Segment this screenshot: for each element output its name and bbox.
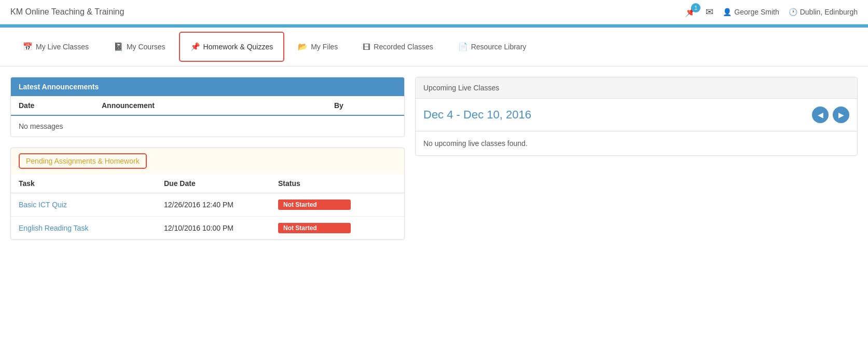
left-panel: Latest Announcements Date Announcement B… xyxy=(10,77,405,240)
tab-recorded-classes-label: Recorded Classes xyxy=(374,43,433,51)
announcements-title: Latest Announcements xyxy=(19,83,99,91)
nav-tabs: 📅 My Live Classes 📓 My Courses 📌 Homewor… xyxy=(0,28,868,66)
app-title: KM Online Teaching & Training xyxy=(10,7,124,17)
tab-my-files[interactable]: 📂 My Files xyxy=(286,32,349,62)
table-row: English Reading Task 12/10/2016 10:00 PM… xyxy=(11,217,404,239)
document-icon: 📄 xyxy=(458,42,468,51)
col-announcement: Announcement xyxy=(102,101,334,110)
top-bar: KM Online Teaching & Training 📌 1 ✉ 👤 Ge… xyxy=(0,0,868,24)
user-icon: 👤 xyxy=(723,8,732,16)
col-by: By xyxy=(334,101,396,110)
nav-arrows: ◀ ▶ xyxy=(812,107,849,123)
tab-resource-library[interactable]: 📄 Resource Library xyxy=(447,32,538,62)
tab-my-courses-label: My Courses xyxy=(127,43,166,51)
tab-homework-quizzes-label: Homework & Quizzes xyxy=(203,43,273,51)
tab-live-classes[interactable]: 📅 My Live Classes xyxy=(11,32,100,62)
col-task: Task xyxy=(19,179,164,188)
task-link-ict[interactable]: Basic ICT Quiz xyxy=(19,201,164,209)
pending-header: Pending Assignments & Homework xyxy=(11,148,404,174)
pending-section: Pending Assignments & Homework Task Due … xyxy=(10,148,405,240)
tab-recorded-classes[interactable]: 🎞 Recorded Classes xyxy=(351,32,444,62)
status-badge-ict: Not Started xyxy=(278,199,351,210)
film-icon: 🎞 xyxy=(363,43,370,51)
col-date: Date xyxy=(19,101,102,110)
notification-badge: 1 xyxy=(691,3,700,12)
user-name: George Smith xyxy=(734,8,779,16)
location-info: 🕐 Dublin, Edinburgh xyxy=(789,8,858,16)
location-text: Dublin, Edinburgh xyxy=(800,8,858,16)
task-link-english[interactable]: English Reading Task xyxy=(19,224,164,232)
pending-title: Pending Assignments & Homework xyxy=(19,153,147,169)
folder-icon: 📂 xyxy=(298,42,308,51)
calendar-icon: 📅 xyxy=(23,42,33,51)
tab-live-classes-label: My Live Classes xyxy=(36,43,89,51)
no-messages: No messages xyxy=(11,116,404,137)
tab-homework-quizzes[interactable]: 📌 Homework & Quizzes xyxy=(179,32,285,62)
tab-my-courses[interactable]: 📓 My Courses xyxy=(102,32,177,62)
next-week-button[interactable]: ▶ xyxy=(833,107,849,123)
user-info[interactable]: 👤 George Smith xyxy=(723,8,779,16)
col-due-date: Due Date xyxy=(164,179,278,188)
right-panel: Upcoming Live Classes Dec 4 - Dec 10, 20… xyxy=(415,77,858,156)
tab-resource-library-label: Resource Library xyxy=(471,43,527,51)
pin-icon: 📌 xyxy=(190,42,200,51)
book-icon: 📓 xyxy=(114,42,123,51)
mail-icon[interactable]: ✉ xyxy=(706,6,713,18)
status-badge-english: Not Started xyxy=(278,223,351,233)
assignments-table-header: Task Due Date Status xyxy=(11,174,404,193)
date-range-row: Dec 4 - Dec 10, 2016 ◀ ▶ xyxy=(416,99,857,131)
notification-bell[interactable]: 📌 1 xyxy=(685,6,696,18)
no-classes: No upcoming live classes found. xyxy=(416,131,857,155)
upcoming-title: Upcoming Live Classes xyxy=(423,84,499,92)
table-row: Basic ICT Quiz 12/26/2016 12:40 PM Not S… xyxy=(11,193,404,217)
announcements-section: Latest Announcements Date Announcement B… xyxy=(10,77,405,137)
col-status: Status xyxy=(278,179,351,188)
prev-week-button[interactable]: ◀ xyxy=(812,107,829,123)
tab-my-files-label: My Files xyxy=(311,43,338,51)
upcoming-header: Upcoming Live Classes xyxy=(416,77,857,99)
clock-icon: 🕐 xyxy=(789,8,797,16)
due-date-english: 12/10/2016 10:00 PM xyxy=(164,224,278,232)
date-range-text: Dec 4 - Dec 10, 2016 xyxy=(423,108,531,122)
announcements-table-header: Date Announcement By xyxy=(11,96,404,116)
due-date-ict: 12/26/2016 12:40 PM xyxy=(164,201,278,209)
top-bar-right: 📌 1 ✉ 👤 George Smith 🕐 Dublin, Edinburgh xyxy=(685,6,858,18)
announcements-header: Latest Announcements xyxy=(11,77,404,96)
main-content: Latest Announcements Date Announcement B… xyxy=(0,66,868,250)
